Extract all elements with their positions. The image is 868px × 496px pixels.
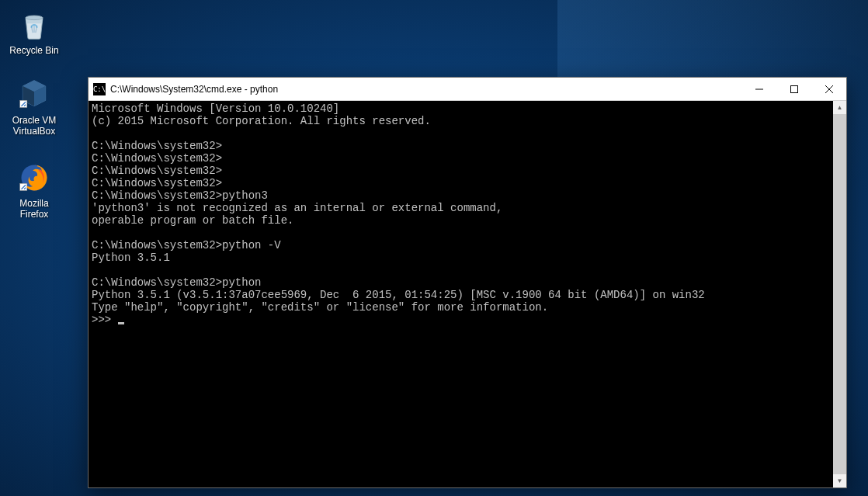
scrollbar[interactable]: ▲ ▼: [833, 101, 846, 487]
desktop-icon-firefox[interactable]: Mozilla Firefox: [5, 159, 64, 220]
firefox-icon: [16, 159, 53, 196]
minimize-button[interactable]: [741, 78, 776, 100]
close-button[interactable]: [811, 78, 846, 100]
cursor: [118, 322, 124, 324]
desktop-icon-label: Recycle Bin: [9, 45, 58, 56]
virtualbox-icon: [16, 76, 53, 113]
maximize-button[interactable]: [776, 78, 811, 100]
scroll-up-button[interactable]: ▲: [833, 101, 846, 114]
cmd-icon: C:\: [93, 83, 106, 95]
desktop-icon-label: Oracle VM VirtualBox: [5, 115, 64, 137]
window-title: C:\Windows\System32\cmd.exe - python: [110, 84, 741, 95]
title-bar[interactable]: C:\ C:\Windows\System32\cmd.exe - python: [89, 78, 846, 101]
scroll-track[interactable]: [833, 114, 846, 474]
recyclebin-icon: [16, 6, 53, 43]
scroll-down-button[interactable]: ▼: [833, 474, 846, 487]
desktop-icon-label: Mozilla Firefox: [5, 198, 64, 220]
terminal-body[interactable]: Microsoft Windows [Version 10.0.10240] (…: [89, 101, 846, 487]
cmd-window: C:\ C:\Windows\System32\cmd.exe - python…: [88, 77, 847, 488]
desktop-icon-recyclebin[interactable]: Recycle Bin: [5, 6, 64, 56]
svg-rect-5: [790, 85, 797, 92]
desktop-icon-virtualbox[interactable]: Oracle VM VirtualBox: [5, 76, 64, 137]
terminal-content: Microsoft Windows [Version 10.0.10240] (…: [89, 101, 846, 328]
svg-point-0: [26, 16, 43, 20]
scroll-thumb[interactable]: [833, 114, 846, 474]
